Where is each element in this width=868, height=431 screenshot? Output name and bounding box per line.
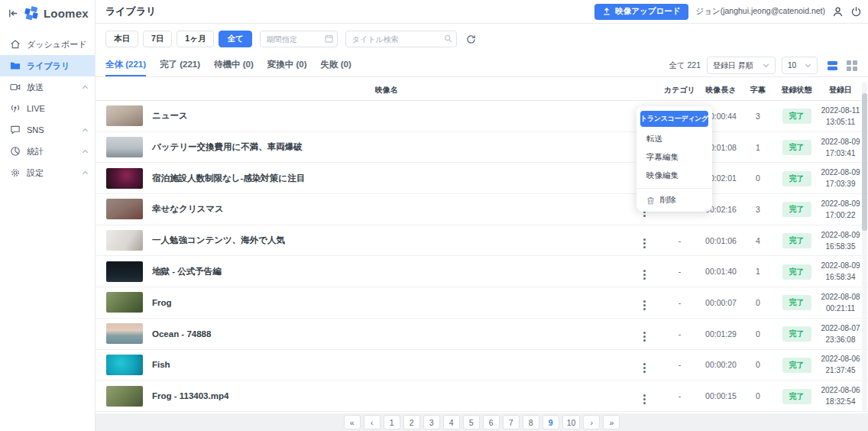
table-row[interactable]: バッテリー交換費用に不満、車両爆破-00:01:081完了2022-08-091… bbox=[96, 132, 868, 164]
video-thumbnail[interactable] bbox=[106, 323, 143, 344]
list-view-button[interactable] bbox=[824, 57, 840, 74]
pagination-first-button[interactable]: « bbox=[344, 415, 361, 429]
row-actions-cell bbox=[630, 323, 658, 344]
pagination-last-button[interactable]: » bbox=[603, 415, 620, 429]
pagination-page-5[interactable]: 5 bbox=[463, 415, 480, 429]
video-title[interactable]: Fish bbox=[143, 360, 630, 369]
sidebar-item-dashboard[interactable]: ダッシュボード bbox=[0, 34, 95, 55]
row-actions-menu-button[interactable] bbox=[639, 392, 650, 407]
chevron-down-icon bbox=[805, 62, 811, 69]
search-field-wrap bbox=[345, 31, 457, 47]
video-title[interactable]: Ocean - 74888 bbox=[143, 329, 630, 339]
registered-date-cell: 2022-08-0917:03:39 bbox=[818, 167, 863, 190]
table-row[interactable]: Frog - 113403.mp4-00:00:150完了2022-08-061… bbox=[96, 381, 868, 412]
col-header-duration: 映像長さ bbox=[701, 85, 740, 96]
video-title[interactable]: 幸せなクリスマス bbox=[143, 203, 630, 215]
menu-item-video-edit[interactable]: 映像編集 bbox=[636, 167, 712, 185]
filter-all-button[interactable]: 全て bbox=[219, 31, 251, 47]
scrollbar-thumb[interactable] bbox=[862, 93, 867, 231]
gear-icon bbox=[10, 167, 21, 178]
table-row[interactable]: 宿泊施設人数制限なし-感染対策に注目-00:02:010完了2022-08-09… bbox=[96, 163, 868, 194]
table-row[interactable]: Ocean - 74888-00:01:290完了2022-08-0723:36… bbox=[96, 319, 868, 350]
filter-7days-button[interactable]: 7日 bbox=[143, 31, 172, 47]
col-header-date: 登録日 bbox=[818, 85, 863, 96]
page-size-select[interactable]: 10 bbox=[782, 57, 818, 74]
refresh-button[interactable] bbox=[466, 34, 476, 44]
video-title[interactable]: Frog - 113403.mp4 bbox=[143, 391, 630, 400]
tab-converting[interactable]: 変換中 (0) bbox=[267, 54, 307, 76]
menu-item-subtitle-edit[interactable]: 字幕編集 bbox=[636, 148, 712, 167]
pagination-prev-button[interactable]: ‹ bbox=[364, 415, 381, 429]
menu-item-transcoding[interactable]: トランスコーディング bbox=[640, 111, 708, 127]
pagination-next-button[interactable]: › bbox=[583, 415, 600, 429]
video-thumbnail[interactable] bbox=[106, 386, 143, 407]
video-thumbnail[interactable] bbox=[106, 137, 143, 157]
sidebar-item-sns[interactable]: SNS bbox=[0, 119, 95, 141]
sidebar-item-library[interactable]: ライブラリ bbox=[0, 55, 95, 76]
video-thumbnail[interactable] bbox=[106, 105, 143, 126]
pagination-page-6[interactable]: 6 bbox=[483, 415, 500, 429]
menu-item-delete[interactable]: 削除 bbox=[636, 191, 712, 208]
tab-waiting[interactable]: 待機中 (0) bbox=[214, 54, 254, 76]
video-thumbnail[interactable] bbox=[106, 261, 143, 282]
search-icon bbox=[444, 34, 452, 43]
video-camera-icon bbox=[10, 82, 21, 92]
filter-1month-button[interactable]: 1ヶ月 bbox=[177, 31, 214, 47]
video-title[interactable]: バッテリー交換費用に不満、車両爆破 bbox=[143, 141, 630, 153]
video-thumbnail[interactable] bbox=[106, 230, 143, 251]
sidebar-collapse-button[interactable] bbox=[8, 8, 19, 19]
sidebar-item-settings[interactable]: 設定 bbox=[0, 162, 95, 183]
logout-button[interactable] bbox=[850, 6, 862, 18]
table-row[interactable]: Frog-00:00:070完了2022-08-0800:21:11 bbox=[96, 287, 868, 319]
row-actions-menu-button[interactable] bbox=[639, 329, 650, 344]
table-row[interactable]: ニュース-00:00:443完了2022-08-1113:05:11 bbox=[96, 101, 868, 132]
video-title[interactable]: 地獄 - 公式予告編 bbox=[143, 266, 630, 277]
sidebar-item-broadcast[interactable]: 放送 bbox=[0, 76, 95, 98]
row-actions-menu-button[interactable] bbox=[639, 267, 650, 282]
table-row[interactable]: 地獄 - 公式予告編-00:01:401完了2022-08-0916:58:34 bbox=[96, 256, 868, 287]
sidebar-item-live[interactable]: LIVE bbox=[0, 98, 95, 119]
pagination-page-4[interactable]: 4 bbox=[443, 415, 460, 429]
sort-order-select[interactable]: 登録日 昇順 bbox=[707, 57, 776, 74]
pagination-page-7[interactable]: 7 bbox=[503, 415, 520, 429]
category-cell: - bbox=[658, 391, 701, 400]
subtitle-count-cell: 4 bbox=[740, 236, 776, 245]
pagination-page-10[interactable]: 10 bbox=[562, 415, 581, 429]
video-thumbnail[interactable] bbox=[106, 168, 143, 189]
tab-completed[interactable]: 完了 (221) bbox=[160, 54, 200, 76]
sidebar-item-stats[interactable]: 統計 bbox=[0, 141, 95, 162]
folder-icon bbox=[10, 60, 21, 71]
grid-view-button[interactable] bbox=[844, 57, 860, 74]
title-search-input[interactable] bbox=[345, 31, 457, 47]
pagination-page-8[interactable]: 8 bbox=[523, 415, 539, 429]
trash-icon bbox=[646, 196, 655, 205]
row-actions-menu-button[interactable] bbox=[639, 298, 650, 313]
profile-button[interactable] bbox=[832, 6, 844, 18]
row-actions-menu-button[interactable] bbox=[639, 361, 650, 375]
pagination-page-1[interactable]: 1 bbox=[384, 415, 400, 429]
video-title[interactable]: Frog bbox=[143, 298, 630, 307]
tab-failed[interactable]: 失敗 (0) bbox=[321, 54, 351, 76]
video-title[interactable]: 宿泊施設人数制限なし-感染対策に注目 bbox=[143, 173, 630, 184]
menu-item-transfer[interactable]: 転送 bbox=[636, 130, 712, 148]
sidebar-item-label: LIVE bbox=[27, 104, 89, 113]
table-row[interactable]: Fish-00:00:200完了2022-08-0621:37:45 bbox=[96, 350, 868, 381]
video-thumbnail[interactable] bbox=[106, 355, 143, 375]
pagination-page-3[interactable]: 3 bbox=[423, 415, 440, 429]
filter-today-button[interactable]: 本日 bbox=[105, 31, 138, 47]
footer: «‹12345678910›» bbox=[96, 413, 868, 431]
video-title[interactable]: ニュース bbox=[143, 110, 630, 122]
table-row[interactable]: 幸せなクリスマス-00:02:163完了2022-08-0917:00:22 bbox=[96, 194, 868, 225]
tab-all[interactable]: 全体 (221) bbox=[105, 54, 146, 76]
pagination-page-9[interactable]: 9 bbox=[542, 415, 559, 429]
video-title[interactable]: 一人勉強コンテンツ、海外で人気 bbox=[143, 235, 630, 246]
status-cell: 完了 bbox=[776, 388, 818, 404]
video-thumbnail[interactable] bbox=[106, 292, 143, 313]
upload-video-button[interactable]: 映像アップロード bbox=[594, 4, 688, 20]
video-thumbnail[interactable] bbox=[106, 199, 143, 219]
main-content: ライブラリ 映像アップロード ジョン(janghui.jeong@catenoi… bbox=[96, 0, 868, 431]
row-actions-menu-button[interactable] bbox=[639, 236, 650, 251]
duration-cell: 00:01:06 bbox=[701, 236, 740, 245]
pagination-page-2[interactable]: 2 bbox=[403, 415, 420, 429]
table-row[interactable]: 一人勉強コンテンツ、海外で人気-00:01:064完了2022-08-0916:… bbox=[96, 225, 868, 257]
